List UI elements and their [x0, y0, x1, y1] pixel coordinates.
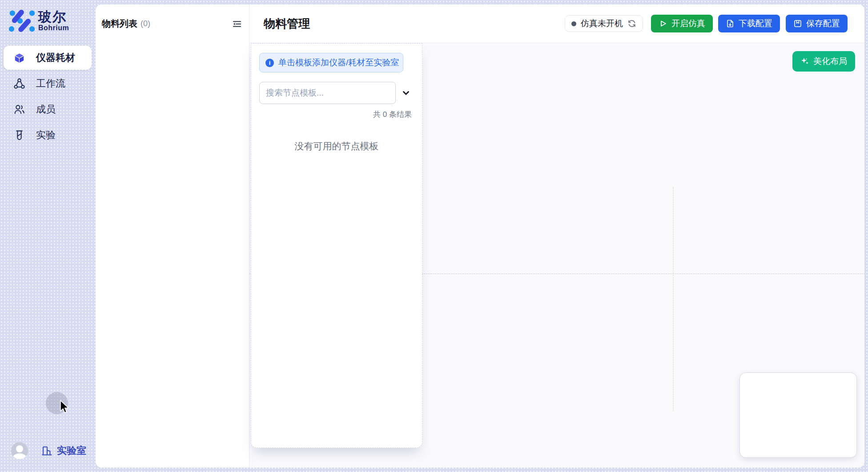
page-title: 物料管理 [264, 16, 310, 32]
file-download-icon [726, 19, 735, 28]
info-banner: i 单击模板添加仪器/耗材至实验室 [259, 53, 403, 72]
canvas-guide-line-vertical [673, 187, 674, 411]
status-dot-icon [571, 21, 576, 26]
materials-list-header: 物料列表 (0) [96, 4, 249, 30]
collapse-panel-button[interactable] [232, 19, 242, 29]
test-tube-icon [13, 129, 25, 141]
header-controls: 仿真未开机 开启仿真 下 [565, 15, 848, 32]
start-simulation-label: 开启仿真 [671, 18, 705, 29]
beautify-layout-button[interactable]: 美化布局 [792, 51, 855, 72]
download-config-label: 下载配置 [739, 18, 772, 29]
main-card: 物料列表 (0) 物料管理 仿真未开机 [96, 4, 864, 468]
sidebar-item-workflow[interactable]: 工作流 [4, 72, 92, 96]
save-icon [793, 19, 802, 28]
sidebar-item-label: 工作流 [36, 77, 65, 90]
chevron-down-icon [401, 88, 411, 98]
bohrium-logo-icon [9, 10, 35, 32]
materials-list-panel: 物料列表 (0) [96, 4, 249, 468]
brand-name-en: Bohrium [38, 24, 69, 32]
materials-list-title: 物料列表 [102, 18, 137, 30]
avatar[interactable] [11, 442, 28, 459]
beautify-layout-label: 美化布局 [813, 56, 847, 67]
sidebar-item-label: 实验 [36, 128, 56, 142]
materials-list-count: (0) [141, 19, 150, 28]
refresh-icon[interactable] [627, 19, 636, 28]
play-icon [659, 19, 667, 28]
workflow-icon [13, 78, 25, 90]
sidebar-footer: 实验室 [11, 442, 86, 459]
sidebar-item-label: 成员 [36, 103, 56, 116]
node-template-panel: i 单击模板添加仪器/耗材至实验室 共 0 条结果 没有可用的节点模板 [251, 43, 422, 448]
template-search-row [259, 82, 414, 104]
outdent-icon [232, 19, 242, 29]
sidebar-nav: 仪器耗材 工作流 成员 [4, 46, 92, 149]
workspace-header: 物料管理 仿真未开机 开启仿真 [249, 4, 864, 43]
info-icon: i [265, 59, 274, 67]
mouse-cursor [58, 399, 69, 414]
sidebar-item-members[interactable]: 成员 [4, 97, 92, 121]
sidebar-item-label: 仪器耗材 [36, 51, 75, 64]
brand-logo[interactable]: 玻尔 Bohrium [9, 10, 69, 32]
brand-name-zh: 玻尔 [38, 10, 69, 24]
empty-templates-message: 没有可用的节点模板 [259, 140, 414, 152]
minimap[interactable] [739, 372, 857, 458]
building-icon [41, 445, 53, 457]
sidebar: 玻尔 Bohrium 仪器耗材 工作流 [0, 0, 96, 472]
app-root: { "brand": { "name_zh": "玻尔", "name_en":… [0, 0, 868, 472]
start-simulation-button[interactable]: 开启仿真 [651, 15, 713, 32]
simulation-status-pill[interactable]: 仿真未开机 [565, 15, 643, 32]
sidebar-item-lab[interactable]: 实验室 [41, 444, 86, 457]
status-text: 仿真未开机 [581, 18, 623, 29]
lab-label: 实验室 [57, 444, 86, 457]
search-template-input[interactable] [259, 82, 396, 104]
cube-icon [13, 52, 25, 64]
members-icon [13, 104, 25, 116]
download-config-button[interactable]: 下载配置 [718, 15, 780, 32]
expand-templates-button[interactable] [399, 86, 413, 100]
sidebar-item-experiments[interactable]: 实验 [4, 123, 92, 147]
result-count: 共 0 条结果 [259, 109, 414, 120]
info-banner-text: 单击模板添加仪器/耗材至实验室 [278, 57, 399, 68]
save-config-button[interactable]: 保存配置 [786, 15, 848, 32]
brand-text: 玻尔 Bohrium [38, 10, 69, 32]
sparkles-icon [800, 57, 809, 66]
save-config-label: 保存配置 [806, 18, 840, 29]
sidebar-item-instruments[interactable]: 仪器耗材 [4, 46, 92, 70]
